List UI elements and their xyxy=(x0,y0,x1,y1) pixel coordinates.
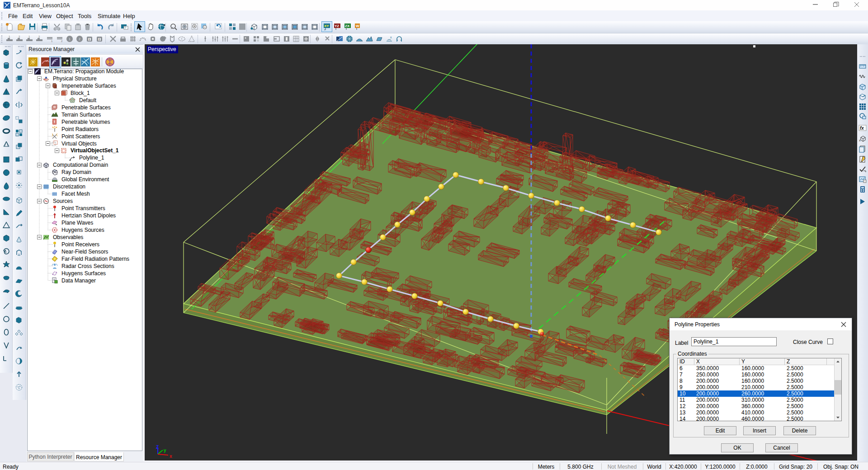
svg-text:Computational Domain: Computational Domain xyxy=(53,162,108,168)
svg-text:Penetrable Surfaces: Penetrable Surfaces xyxy=(61,104,111,111)
svg-text:Radar Cross Sections: Radar Cross Sections xyxy=(61,263,114,269)
svg-text:Facet Mesh: Facet Mesh xyxy=(61,191,90,197)
svg-text:Ray Domain: Ray Domain xyxy=(61,169,91,175)
svg-text:ZX: ZX xyxy=(345,24,350,28)
svg-text:Z: Z xyxy=(156,445,159,450)
svg-text:Default: Default xyxy=(79,97,97,103)
svg-text:Near-Field Sensors: Near-Field Sensors xyxy=(61,249,108,255)
svg-text:Huygens Sources: Huygens Sources xyxy=(61,227,104,233)
svg-text:Impenetrable Surfaces: Impenetrable Surfaces xyxy=(61,83,116,89)
svg-text:Point Radiators: Point Radiators xyxy=(61,126,99,132)
svg-text:W: W xyxy=(356,24,359,28)
svg-text:x: x xyxy=(170,454,172,459)
svg-text:2: 2 xyxy=(61,40,63,42)
svg-text:Point Receivers: Point Receivers xyxy=(61,241,99,248)
svg-text:Polyline_1: Polyline_1 xyxy=(79,155,104,161)
svg-text:Hertzian Short Dipoles: Hertzian Short Dipoles xyxy=(61,212,116,219)
svg-text:1: 1 xyxy=(9,35,10,38)
svg-text:Observables: Observables xyxy=(53,234,83,240)
svg-text:Global Environment: Global Environment xyxy=(61,176,109,183)
svg-text:VirtualObjectSet_1: VirtualObjectSet_1 xyxy=(71,147,119,154)
svg-text:1: 1 xyxy=(69,38,71,41)
svg-text:2: 2 xyxy=(79,38,80,41)
svg-text:Huygens Surfaces: Huygens Surfaces xyxy=(61,270,106,277)
svg-text:1: 1 xyxy=(51,40,53,42)
svg-text:Physical Structure: Physical Structure xyxy=(53,75,97,82)
svg-text:?: ? xyxy=(124,26,126,29)
svg-text:Penetrable Volumes: Penetrable Volumes xyxy=(61,119,110,125)
svg-text:y: y xyxy=(164,448,166,453)
svg-text:Discretization: Discretization xyxy=(53,183,85,190)
svg-text:Virtual Objects: Virtual Objects xyxy=(61,141,97,147)
svg-text:Point Transmitters: Point Transmitters xyxy=(61,205,105,212)
svg-text:2: 2 xyxy=(38,35,40,38)
svg-text:Terrain Surfaces: Terrain Surfaces xyxy=(61,112,101,118)
svg-text:YZ: YZ xyxy=(335,24,339,28)
svg-text:2: 2 xyxy=(19,35,20,38)
svg-text:Far-Field Radiation Patterns: Far-Field Radiation Patterns xyxy=(61,256,129,262)
svg-text:XY: XY xyxy=(324,24,329,28)
svg-text:Plane Waves: Plane Waves xyxy=(61,220,93,226)
svg-text:Data Manager: Data Manager xyxy=(61,277,96,284)
svg-text:Sources: Sources xyxy=(53,198,73,204)
svg-text:EM.Terrano: Propagation Module: EM.Terrano: Propagation Module xyxy=(44,68,124,75)
svg-text:1: 1 xyxy=(28,35,30,38)
svg-text:fx: fx xyxy=(860,126,864,131)
svg-text:Point Scatterers: Point Scatterers xyxy=(61,133,100,140)
svg-text:x: x xyxy=(859,139,861,142)
svg-text:x: x xyxy=(390,36,392,39)
svg-text:Block_1: Block_1 xyxy=(71,90,90,96)
